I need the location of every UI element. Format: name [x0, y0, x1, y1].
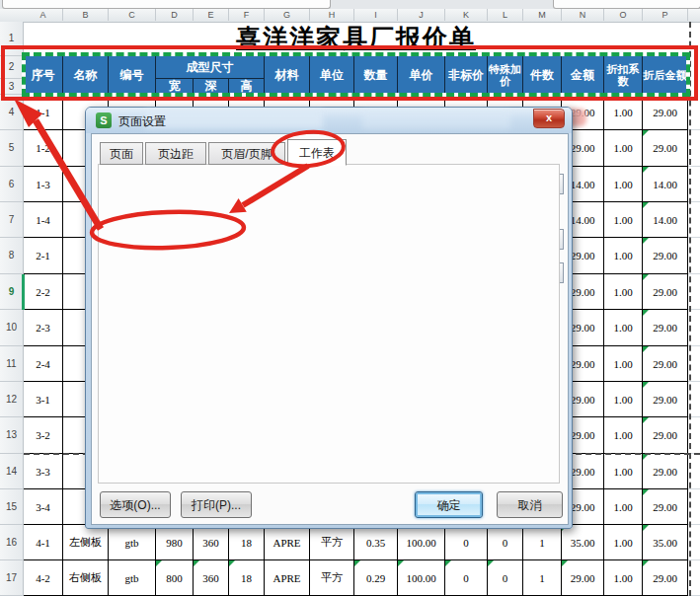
row-header-1[interactable]: 1 — [0, 22, 24, 56]
cell[interactable]: 100.00 — [398, 525, 445, 560]
cell[interactable]: 平方 — [310, 525, 354, 560]
cell[interactable]: 0 — [445, 525, 488, 560]
cell[interactable]: 4-1 — [24, 525, 63, 560]
print-button[interactable]: 打印(P)... — [181, 491, 252, 518]
row-header-11[interactable]: 11 — [0, 346, 24, 382]
tab-header-footer[interactable]: 页眉/页脚 — [208, 142, 285, 165]
column-header-G[interactable]: G — [265, 9, 310, 21]
cell[interactable]: 1.00 — [604, 202, 643, 238]
cell[interactable]: 1.00 — [604, 130, 643, 167]
cell[interactable]: 3-2 — [24, 417, 63, 454]
cell[interactable]: 1.00 — [604, 310, 643, 346]
cell[interactable]: 0 — [488, 525, 523, 560]
cell[interactable]: 29.00 — [643, 560, 688, 596]
row-header-9[interactable]: 9 — [0, 274, 24, 310]
column-header-M[interactable]: M — [523, 9, 562, 21]
cell[interactable]: 0.29 — [354, 560, 398, 596]
cell[interactable]: 3-1 — [24, 382, 63, 417]
column-header-D[interactable]: D — [156, 9, 194, 21]
cell[interactable]: 29.00 — [643, 238, 688, 274]
cell[interactable]: 800 — [156, 560, 194, 596]
cell[interactable]: 1.00 — [604, 382, 643, 417]
cancel-button[interactable]: 取消 — [497, 491, 563, 518]
column-header-C[interactable]: C — [109, 9, 156, 21]
cell[interactable]: 左侧板 — [63, 525, 109, 560]
row-header-7[interactable]: 7 — [0, 202, 24, 238]
cell[interactable]: 平方 — [310, 560, 354, 596]
cell[interactable]: 14.00 — [643, 202, 688, 238]
cell[interactable]: 0.35 — [354, 525, 398, 560]
cell[interactable]: 1-1 — [24, 95, 63, 130]
cell[interactable]: 1.00 — [604, 167, 643, 202]
cell[interactable]: 29.00 — [643, 417, 688, 454]
column-header-P[interactable]: P — [643, 9, 688, 21]
column-header-I[interactable]: I — [354, 9, 398, 21]
cell[interactable]: APRE — [265, 560, 310, 596]
row-header-4[interactable]: 4 — [0, 95, 24, 130]
cell[interactable]: 3-4 — [24, 489, 63, 525]
cell[interactable]: 1.00 — [604, 489, 643, 525]
cell[interactable]: 1-3 — [24, 167, 63, 202]
cell[interactable]: 360 — [194, 525, 229, 560]
cell[interactable]: 2-4 — [24, 346, 63, 382]
cell[interactable]: 29.00 — [643, 382, 688, 417]
column-header-J[interactable]: J — [398, 9, 445, 21]
row-header-8[interactable]: 8 — [0, 238, 24, 274]
column-header-H[interactable]: H — [310, 9, 354, 21]
column-header-L[interactable]: L — [488, 9, 523, 21]
cell[interactable]: 1-2 — [24, 130, 63, 167]
cell[interactable]: 0 — [445, 560, 488, 596]
cell[interactable]: 29.00 — [643, 95, 688, 130]
cell[interactable]: gtb — [109, 560, 156, 596]
cell[interactable]: 1.00 — [604, 238, 643, 274]
row-header-3[interactable]: 3 — [0, 79, 24, 95]
column-header-O[interactable]: O — [604, 9, 643, 21]
cell[interactable]: 1-4 — [24, 202, 63, 238]
cell[interactable]: 1.00 — [604, 560, 643, 596]
cell[interactable]: 2-1 — [24, 238, 63, 274]
row-header-17[interactable]: 17 — [0, 560, 24, 596]
row-header-5[interactable]: 5 — [0, 130, 24, 167]
cell[interactable]: 2-2 — [24, 274, 63, 310]
cell[interactable]: 1.00 — [604, 417, 643, 454]
cell[interactable]: 18 — [229, 525, 265, 560]
cell[interactable]: 29.00 — [562, 560, 604, 596]
column-header-F[interactable]: F — [229, 9, 265, 21]
cell[interactable]: 29.00 — [643, 130, 688, 167]
cell[interactable]: 0 — [488, 560, 523, 596]
cell[interactable]: 1.00 — [604, 525, 643, 560]
cell[interactable]: 14.00 — [643, 167, 688, 202]
cell[interactable]: 29.00 — [643, 310, 688, 346]
column-header-B[interactable]: B — [63, 9, 109, 21]
column-header-K[interactable]: K — [445, 9, 488, 21]
tab-margins[interactable]: 页边距 — [145, 142, 206, 165]
column-header-A[interactable]: A — [24, 9, 63, 21]
cell[interactable]: 1.00 — [604, 454, 643, 489]
row-header-13[interactable]: 13 — [0, 417, 24, 454]
cell[interactable]: 29.00 — [643, 489, 688, 525]
cell[interactable]: APRE — [265, 525, 310, 560]
cell[interactable]: 右侧板 — [63, 560, 109, 596]
cell[interactable]: 1.00 — [604, 274, 643, 310]
cell[interactable]: 100.00 — [398, 560, 445, 596]
cell[interactable]: 18 — [229, 560, 265, 596]
tab-sheet[interactable]: 工作表 — [287, 139, 347, 166]
cell[interactable]: 29.00 — [643, 274, 688, 310]
cell[interactable]: 4-2 — [24, 560, 63, 596]
row-header-2[interactable]: 2 — [0, 56, 24, 79]
row-header-14[interactable]: 14 — [0, 454, 24, 489]
cell[interactable]: 1 — [523, 560, 562, 596]
row-header-15[interactable]: 15 — [0, 489, 24, 525]
close-icon[interactable]: x — [533, 109, 565, 128]
cell[interactable]: 1.00 — [604, 95, 643, 130]
cell[interactable]: 1.00 — [604, 346, 643, 382]
cell[interactable]: 35.00 — [643, 525, 688, 560]
row-header-6[interactable]: 6 — [0, 167, 24, 202]
ok-button[interactable]: 确定 — [415, 491, 483, 518]
column-header-N[interactable]: N — [562, 9, 604, 21]
cell[interactable]: 2-3 — [24, 310, 63, 346]
dialog-titlebar[interactable]: S 页面设置 x — [86, 108, 572, 133]
row-header-16[interactable]: 16 — [0, 525, 24, 560]
cell[interactable]: 35.00 — [562, 525, 604, 560]
options-button[interactable]: 选项(O)... — [100, 491, 171, 518]
